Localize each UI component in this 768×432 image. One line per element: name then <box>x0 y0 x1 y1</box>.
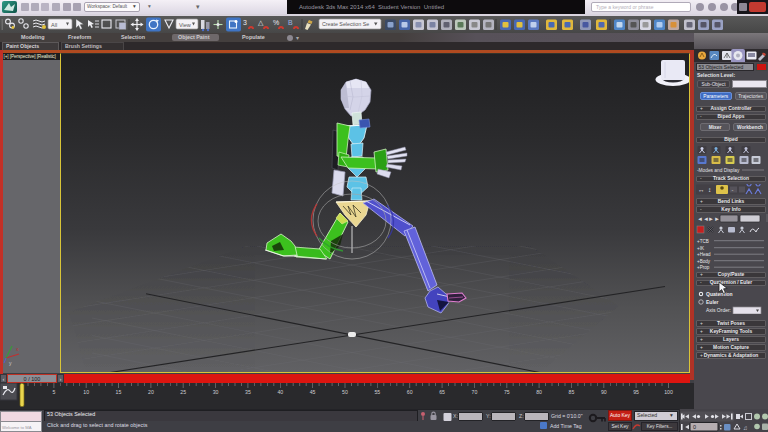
svg-text:View: View <box>179 22 191 28</box>
svg-text:+Prop: +Prop <box>697 265 710 270</box>
svg-text:+Body: +Body <box>697 259 711 264</box>
svg-text:%: % <box>273 19 279 26</box>
svg-text:y: y <box>9 360 12 366</box>
svg-text:60: 60 <box>407 389 413 395</box>
svg-text:3: 3 <box>243 19 247 26</box>
svg-text:40: 40 <box>277 389 283 395</box>
svg-text:↔: ↔ <box>698 186 705 193</box>
svg-text:-Modes and Display: -Modes and Display <box>697 168 740 173</box>
svg-text:+IK: +IK <box>697 246 705 251</box>
svg-text:△: △ <box>258 19 264 26</box>
svg-text:10: 10 <box>83 389 89 395</box>
svg-text:0: 0 <box>693 424 696 430</box>
svg-text:+Head: +Head <box>697 252 711 257</box>
svg-text:15: 15 <box>116 389 122 395</box>
svg-text:Axis Order:: Axis Order: <box>706 307 731 313</box>
svg-text:45: 45 <box>310 389 316 395</box>
svg-text:35: 35 <box>245 389 251 395</box>
svg-text:♫: ♫ <box>743 425 748 431</box>
svg-text:Euler: Euler <box>706 299 719 305</box>
svg-text:55: 55 <box>374 389 380 395</box>
svg-text:100: 100 <box>664 389 673 395</box>
svg-text:75: 75 <box>504 389 510 395</box>
svg-text:30: 30 <box>213 389 219 395</box>
svg-text:50: 50 <box>342 389 348 395</box>
svg-text:85: 85 <box>569 389 575 395</box>
svg-text:25: 25 <box>180 389 186 395</box>
svg-text:80: 80 <box>536 389 542 395</box>
svg-text:+TCB: +TCB <box>697 239 709 244</box>
svg-text:B: B <box>288 19 293 26</box>
svg-text:5: 5 <box>52 389 55 395</box>
svg-text:90: 90 <box>601 389 607 395</box>
svg-text:95: 95 <box>633 389 639 395</box>
svg-text:x: x <box>16 346 19 352</box>
svg-text:65: 65 <box>439 389 445 395</box>
svg-text:►►: ►► <box>708 216 720 222</box>
svg-text:70: 70 <box>472 389 478 395</box>
svg-text:-: - <box>732 187 734 193</box>
svg-text:↕: ↕ <box>708 186 711 193</box>
svg-text:20: 20 <box>148 389 154 395</box>
svg-text:All: All <box>51 22 57 28</box>
svg-text:Create Selection Se: Create Selection Se <box>322 21 369 27</box>
